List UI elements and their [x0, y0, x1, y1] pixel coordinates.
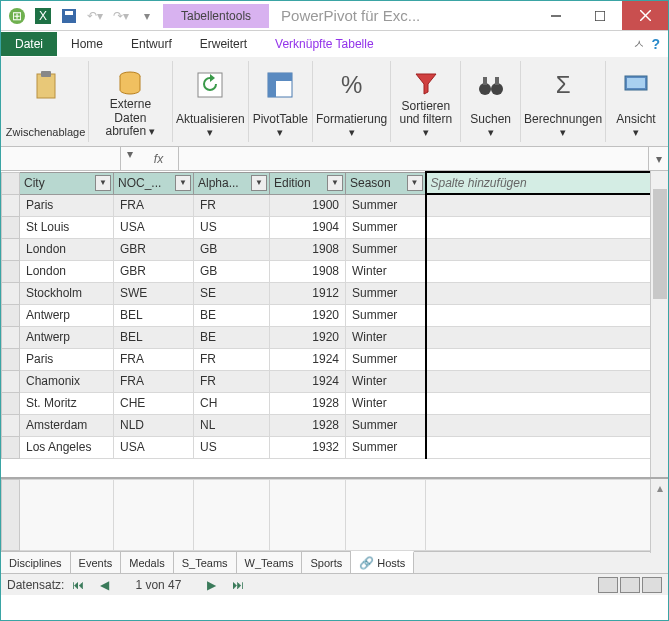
cell-season[interactable]: Winter	[346, 326, 426, 348]
ribbon-external-data[interactable]: Externe Daten abrufen ▾	[89, 61, 173, 142]
nav-first[interactable]: ⏮	[64, 578, 92, 592]
maximize-button[interactable]	[578, 1, 622, 30]
save-icon[interactable]	[57, 4, 81, 28]
ribbon-pivottable[interactable]: PivotTable▾	[249, 61, 313, 142]
ribbon-clipboard[interactable]: Zwischenablage	[3, 61, 89, 142]
cell-add[interactable]	[426, 304, 668, 326]
table-row[interactable]: Los AngelesUSAUS1932Summer	[2, 436, 668, 458]
cell-alpha[interactable]: FR	[194, 348, 270, 370]
cell-add[interactable]	[426, 370, 668, 392]
cell-alpha[interactable]: BE	[194, 304, 270, 326]
tab-entwurf[interactable]: Entwurf	[117, 32, 186, 56]
cell-edition[interactable]: 1900	[270, 194, 346, 216]
ribbon-sort-filter[interactable]: Sortieren und filtern ▾	[391, 61, 461, 142]
formula-expand[interactable]: ▾	[648, 147, 668, 170]
cell-season[interactable]: Summer	[346, 414, 426, 436]
view-grid-button[interactable]	[598, 577, 618, 593]
sheet-tab-sports[interactable]: Sports	[302, 552, 351, 573]
table-row[interactable]: St LouisUSAUS1904Summer	[2, 216, 668, 238]
column-filter-icon[interactable]: ▼	[407, 175, 423, 191]
sheet-tab-disciplines[interactable]: Disciplines	[1, 552, 71, 573]
row-selector[interactable]	[2, 260, 20, 282]
minimize-button[interactable]	[534, 1, 578, 30]
cell-city[interactable]: London	[20, 238, 114, 260]
tab-verknuepfte-tabelle[interactable]: Verknüpfte Tabelle	[261, 32, 388, 56]
cell-season[interactable]: Summer	[346, 216, 426, 238]
column-header[interactable]: Season▼	[346, 172, 426, 194]
close-button[interactable]	[622, 1, 668, 30]
cell-season[interactable]: Summer	[346, 304, 426, 326]
formula-input[interactable]	[179, 147, 648, 170]
cell-edition[interactable]: 1920	[270, 304, 346, 326]
row-selector[interactable]	[2, 392, 20, 414]
sheet-tab-hosts[interactable]: 🔗Hosts	[351, 551, 414, 573]
column-filter-icon[interactable]: ▼	[175, 175, 191, 191]
row-selector[interactable]	[2, 194, 20, 216]
sheet-tab-events[interactable]: Events	[71, 552, 122, 573]
cell-add[interactable]	[426, 348, 668, 370]
table-row[interactable]: AntwerpBELBE1920Winter	[2, 326, 668, 348]
cell-city[interactable]: Chamonix	[20, 370, 114, 392]
nav-last[interactable]: ⏭	[224, 578, 252, 592]
cell-noc[interactable]: NLD	[114, 414, 194, 436]
cell-season[interactable]: Summer	[346, 282, 426, 304]
cell-city[interactable]: Stockholm	[20, 282, 114, 304]
tab-erweitert[interactable]: Erweitert	[186, 32, 261, 56]
tab-datei[interactable]: Datei	[1, 32, 57, 56]
cell-noc[interactable]: USA	[114, 216, 194, 238]
cell-add[interactable]	[426, 216, 668, 238]
cell-noc[interactable]: BEL	[114, 326, 194, 348]
cell-add[interactable]	[426, 414, 668, 436]
collapse-ribbon-icon[interactable]: ㅅ	[633, 36, 645, 53]
cell-alpha[interactable]: SE	[194, 282, 270, 304]
cell-add[interactable]	[426, 392, 668, 414]
column-header[interactable]: City▼	[20, 172, 114, 194]
cell-season[interactable]: Summer	[346, 348, 426, 370]
sheet-tab-w_teams[interactable]: W_Teams	[237, 552, 303, 573]
add-column-header[interactable]: Spalte hinzufügen	[426, 172, 668, 194]
table-row[interactable]: St. MoritzCHECH1928Winter	[2, 392, 668, 414]
cell-add[interactable]	[426, 238, 668, 260]
cell-noc[interactable]: GBR	[114, 238, 194, 260]
table-row[interactable]: StockholmSWESE1912Summer	[2, 282, 668, 304]
column-header[interactable]: Edition▼	[270, 172, 346, 194]
cell-alpha[interactable]: US	[194, 216, 270, 238]
cell-alpha[interactable]: GB	[194, 260, 270, 282]
table-row[interactable]: LondonGBRGB1908Summer	[2, 238, 668, 260]
cell-add[interactable]	[426, 326, 668, 348]
row-selector[interactable]	[2, 436, 20, 458]
table-row[interactable]: ChamonixFRAFR1924Winter	[2, 370, 668, 392]
cell-add[interactable]	[426, 436, 668, 458]
table-row[interactable]: AntwerpBELBE1920Summer	[2, 304, 668, 326]
data-grid[interactable]: City▼NOC_...▼Alpha...▼Edition▼Season▼Spa…	[1, 171, 668, 459]
ribbon-refresh[interactable]: Aktualisieren▾	[173, 61, 249, 142]
row-selector[interactable]	[2, 414, 20, 436]
redo-icon[interactable]: ↷▾	[109, 4, 133, 28]
column-header[interactable]: NOC_...▼	[114, 172, 194, 194]
table-row[interactable]: LondonGBRGB1908Winter	[2, 260, 668, 282]
table-row[interactable]: AmsterdamNLDNL1928Summer	[2, 414, 668, 436]
cell-season[interactable]: Summer	[346, 194, 426, 216]
cell-noc[interactable]: USA	[114, 436, 194, 458]
cell-season[interactable]: Winter	[346, 260, 426, 282]
cell-season[interactable]: Summer	[346, 238, 426, 260]
ribbon-calculations[interactable]: Σ Berechnungen▾	[521, 61, 606, 142]
cell-noc[interactable]: FRA	[114, 370, 194, 392]
cell-noc[interactable]: FRA	[114, 194, 194, 216]
row-selector[interactable]	[2, 282, 20, 304]
cell-noc[interactable]: BEL	[114, 304, 194, 326]
view-diagram-button[interactable]	[620, 577, 640, 593]
cell-city[interactable]: London	[20, 260, 114, 282]
nav-prev[interactable]: ◀	[92, 578, 117, 592]
measure-grid[interactable]: ▴	[1, 477, 668, 551]
cell-city[interactable]: Antwerp	[20, 326, 114, 348]
name-box-dropdown[interactable]: ▾	[121, 147, 139, 170]
row-selector[interactable]	[2, 326, 20, 348]
cell-alpha[interactable]: CH	[194, 392, 270, 414]
cell-alpha[interactable]: NL	[194, 414, 270, 436]
ribbon-find[interactable]: Suchen▾	[461, 61, 521, 142]
cell-edition[interactable]: 1928	[270, 392, 346, 414]
row-selector[interactable]	[2, 304, 20, 326]
cell-noc[interactable]: FRA	[114, 348, 194, 370]
row-selector[interactable]	[2, 216, 20, 238]
